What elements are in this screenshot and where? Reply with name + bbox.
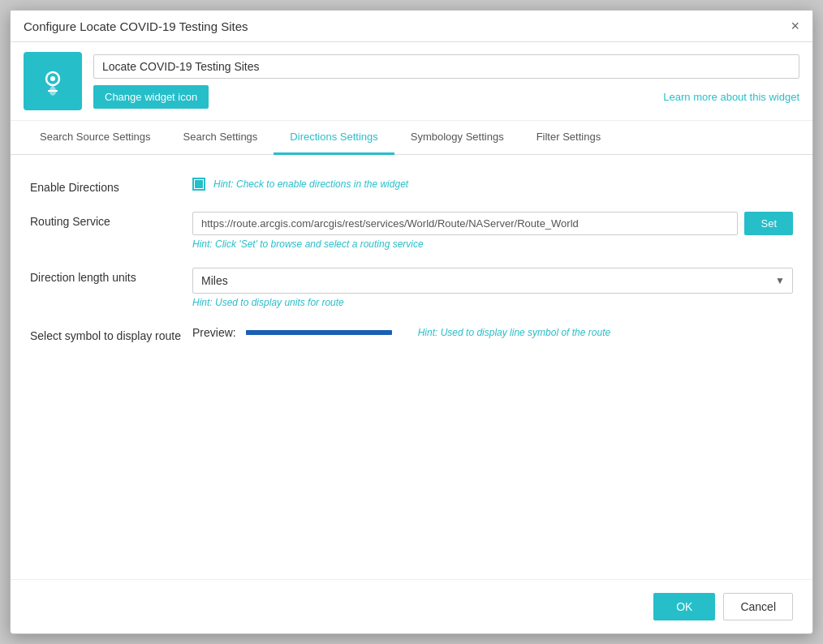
configure-dialog: Configure Locate COVID-19 Testing Sites … <box>10 10 813 634</box>
enable-directions-hint: Hint: Check to enable directions in the … <box>213 178 408 190</box>
enable-directions-checkbox-row: Hint: Check to enable directions in the … <box>192 178 793 191</box>
enable-directions-control: Hint: Check to enable directions in the … <box>192 178 793 191</box>
change-icon-button[interactable]: Change widget icon <box>93 85 209 109</box>
ok-button[interactable]: OK <box>653 593 715 620</box>
learn-more-link[interactable]: Learn more about this widget <box>663 91 799 103</box>
directions-settings-panel: Enable Directions Hint: Check to enable … <box>11 155 812 579</box>
routing-service-input-row: Set <box>192 212 793 235</box>
select-symbol-control: Preview: Hint: Used to display line symb… <box>192 326 793 339</box>
select-symbol-hint: Hint: Used to display line symbol of the… <box>418 327 610 338</box>
enable-directions-checkbox[interactable] <box>192 178 205 191</box>
enable-directions-row: Enable Directions Hint: Check to enable … <box>30 178 793 194</box>
routing-service-row: Routing Service Set Hint: Click 'Set' to… <box>30 212 793 250</box>
direction-length-units-dropdown-wrapper: Miles Kilometers Feet Meters ▼ <box>192 268 793 294</box>
dialog-header: Change widget icon Learn more about this… <box>11 42 812 121</box>
routing-service-label: Routing Service <box>30 212 192 228</box>
dialog-footer: OK Cancel <box>11 579 812 633</box>
direction-length-units-control: Miles Kilometers Feet Meters ▼ Hint: Use… <box>192 268 793 308</box>
direction-length-units-row: Direction length units Miles Kilometers … <box>30 268 793 308</box>
tab-symbology[interactable]: Symbology Settings <box>394 121 520 155</box>
enable-directions-label: Enable Directions <box>30 178 192 194</box>
direction-length-units-label: Direction length units <box>30 268 192 284</box>
direction-length-units-hint: Hint: Used to display units for route <box>192 297 793 308</box>
set-button[interactable]: Set <box>744 212 793 235</box>
widget-icon <box>37 65 69 97</box>
routing-service-control: Set Hint: Click 'Set' to browse and sele… <box>192 212 793 250</box>
close-button[interactable]: × <box>791 19 799 33</box>
preview-label: Preview: <box>192 326 236 339</box>
direction-length-units-select[interactable]: Miles Kilometers Feet Meters <box>192 268 793 294</box>
header-right: Change widget icon Learn more about this… <box>93 54 799 109</box>
svg-point-1 <box>50 76 55 81</box>
preview-row: Preview: Hint: Used to display line symb… <box>192 326 793 339</box>
tab-directions[interactable]: Directions Settings <box>274 121 394 155</box>
dialog-titlebar: Configure Locate COVID-19 Testing Sites … <box>11 11 812 42</box>
cancel-button[interactable]: Cancel <box>723 593 793 620</box>
tab-search-source[interactable]: Search Source Settings <box>24 121 167 155</box>
widget-name-input[interactable] <box>93 54 799 79</box>
widget-icon-box <box>24 52 82 110</box>
tab-search[interactable]: Search Settings <box>167 121 274 155</box>
tab-filter[interactable]: Filter Settings <box>520 121 617 155</box>
tabs-bar: Search Source Settings Search Settings D… <box>11 121 812 155</box>
select-symbol-label: Select symbol to display route <box>30 326 192 342</box>
routing-service-input[interactable] <box>192 212 738 235</box>
dialog-title: Configure Locate COVID-19 Testing Sites <box>24 19 248 33</box>
header-actions: Change widget icon Learn more about this… <box>93 85 799 109</box>
route-symbol-preview[interactable] <box>246 330 392 335</box>
select-symbol-row: Select symbol to display route Preview: … <box>30 326 793 342</box>
routing-service-hint: Hint: Click 'Set' to browse and select a… <box>192 238 793 250</box>
